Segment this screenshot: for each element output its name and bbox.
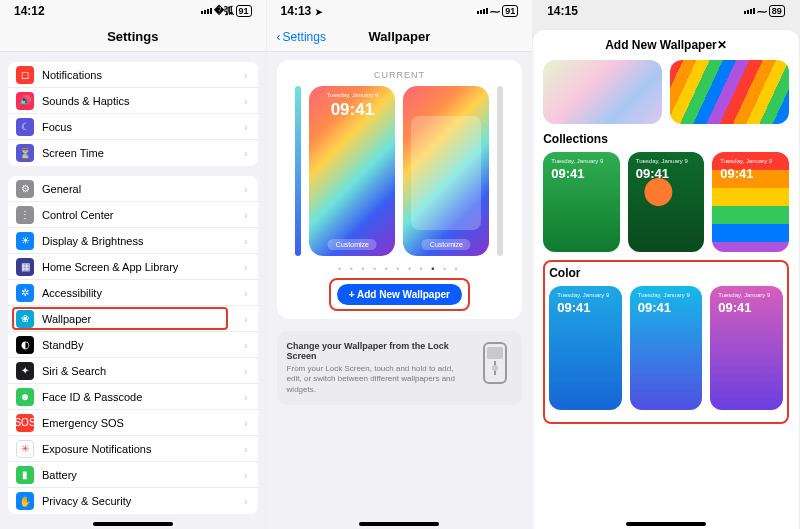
settings-row-general[interactable]: ⚙General› [8,176,258,202]
prev-sliver-right[interactable] [497,86,503,256]
page-title: Wallpaper [369,29,431,44]
accessibility-icon: ✲ [16,284,34,302]
wifi-icon: �弧 [214,4,234,18]
row-label: Notifications [42,69,102,81]
settings-row-exposure-notifications[interactable]: ✳Exposure Notifications› [8,436,258,462]
sheet-title: Add New Wallpaper [605,38,717,52]
add-wallpaper-sheet: Add New Wallpaper ✕ Collections Tuesday,… [533,30,799,529]
thumb-day: Tuesday, January 9 [636,158,688,164]
settings-row-screen-time[interactable]: ⏳Screen Time› [8,140,258,166]
wallpaper-thumb-color-purple[interactable]: Tuesday, January 9 09:41 [710,286,783,410]
battery-icon: 91 [236,5,252,17]
row-label: General [42,183,81,195]
home-indicator[interactable] [626,522,706,526]
chevron-right-icon: › [244,495,248,507]
settings-row-standby[interactable]: ◐StandBy› [8,332,258,358]
chevron-right-icon: › [244,469,248,481]
thumb-day: Tuesday, January 9 [718,292,770,298]
sheet-navbar: Add New Wallpaper ✕ [533,30,799,60]
customize-button[interactable]: Customize [328,239,377,250]
settings-row-home-screen-app-library[interactable]: ▦Home Screen & App Library› [8,254,258,280]
add-new-wallpaper-button[interactable]: + Add New Wallpaper [337,284,462,305]
thumb-time: 09:41 [720,166,753,181]
settings-row-accessibility[interactable]: ✲Accessibility› [8,280,258,306]
wallpaper-thumb-rainbow[interactable]: Tuesday, January 9 09:41 [712,152,789,252]
chevron-right-icon: › [244,121,248,133]
settings-row-battery[interactable]: ▮Battery› [8,462,258,488]
settings-row-focus[interactable]: ☾Focus› [8,114,258,140]
thumb-day: Tuesday, January 9 [638,292,690,298]
chevron-right-icon: › [244,95,248,107]
control-center-icon: ⋮ [16,206,34,224]
highlight-add-button: + Add New Wallpaper [329,278,470,311]
settings-row-wallpaper[interactable]: ❀Wallpaper› [8,306,258,332]
wallpaper-thumb-color-blue[interactable]: Tuesday, January 9 09:41 [549,286,622,410]
back-label: Settings [283,30,326,44]
emergency-sos-icon: SOS [16,414,34,432]
status-right: ⁓ 89 [744,5,785,17]
page-dots[interactable]: • • • • • • • • • • • [287,264,513,274]
wallpaper-content: CURRENT Tuesday, January 9 09:41 Customi… [267,52,533,413]
homescreen-preview[interactable]: Customize [403,86,489,256]
chevron-right-icon: › [244,443,248,455]
signal-icon [477,8,488,14]
back-button[interactable]: ‹ Settings [277,30,326,44]
highlight-color-section: Color Tuesday, January 9 09:41 Tuesday, … [543,260,789,424]
row-label: Sounds & Haptics [42,95,129,107]
settings-row-emergency-sos[interactable]: SOSEmergency SOS› [8,410,258,436]
lockscreen-preview[interactable]: Tuesday, January 9 09:41 Customize [309,86,395,256]
wallpaper-thumb-color-cyan[interactable]: Tuesday, January 9 09:41 [630,286,703,410]
signal-icon [744,8,755,14]
wallpaper-thumb-clownfish[interactable]: Tuesday, January 9 09:41 [628,152,705,252]
home-indicator[interactable] [359,522,439,526]
sheet-scroll[interactable]: Collections Tuesday, January 9 09:41 Tue… [533,60,799,529]
settings-row-siri-search[interactable]: ✦Siri & Search› [8,358,258,384]
settings-row-privacy-security[interactable]: ✋Privacy & Security› [8,488,258,514]
general-icon: ⚙ [16,180,34,198]
status-right: �弧 91 [201,4,252,18]
privacy-security-icon: ✋ [16,492,34,510]
chevron-left-icon: ‹ [277,30,281,44]
face-id-passcode-icon: ☻ [16,388,34,406]
settings-row-display-brightness[interactable]: ☀Display & Brightness› [8,228,258,254]
row-label: Screen Time [42,147,104,159]
settings-row-sounds-haptics[interactable]: 🔊Sounds & Haptics› [8,88,258,114]
row-label: Battery [42,469,77,481]
tip-body: From your Lock Screen, touch and hold to… [287,364,469,395]
settings-group: ⚙General›⋮Control Center›☀Display & Brig… [8,176,258,514]
wallpaper-previews[interactable]: Tuesday, January 9 09:41 Customize Custo… [287,86,513,256]
preview-day: Tuesday, January 9 [309,92,395,98]
top-thumb-row [543,60,789,124]
customize-button[interactable]: Customize [422,239,471,250]
row-label: Exposure Notifications [42,443,151,455]
settings-row-notifications[interactable]: ◻Notifications› [8,62,258,88]
standby-icon: ◐ [16,336,34,354]
settings-row-face-id-passcode[interactable]: ☻Face ID & Passcode› [8,384,258,410]
status-right: ⁓ 91 [477,5,518,17]
chevron-right-icon: › [244,261,248,273]
settings-row-control-center[interactable]: ⋮Control Center› [8,202,258,228]
chevron-right-icon: › [244,183,248,195]
wallpaper-thumb-pride[interactable] [670,60,789,124]
thumb-time: 09:41 [557,300,590,315]
settings-list: ◻Notifications›🔊Sounds & Haptics›☾Focus›… [0,62,266,514]
chevron-right-icon: › [244,339,248,351]
sounds-haptics-icon: 🔊 [16,92,34,110]
screen-wallpaper: 14:13 ➤ ⁓ 91 ‹ Settings Wallpaper CURREN… [267,0,534,529]
chevron-right-icon: › [244,209,248,221]
close-icon: ✕ [717,38,727,52]
battery-icon: ▮ [16,466,34,484]
close-button[interactable]: ✕ [717,38,727,52]
home-indicator[interactable] [93,522,173,526]
row-label: StandBy [42,339,84,351]
screen-add-wallpaper: 14:15 ⁓ 89 Add New Wallpaper ✕ Collectio… [533,0,800,529]
row-label: Siri & Search [42,365,106,377]
lockscreen-tip-card: Change your Wallpaper from the Lock Scre… [277,331,523,405]
thumb-time: 09:41 [718,300,751,315]
wallpaper-thumb-abstract[interactable] [543,60,662,124]
wallpaper-thumb-green[interactable]: Tuesday, January 9 09:41 [543,152,620,252]
prev-sliver-left[interactable] [295,86,301,256]
tip-phone-icon [478,341,512,385]
screen-settings: 14:12 �弧 91 Settings ◻Notifications›🔊Sou… [0,0,267,529]
current-wallpaper-card: CURRENT Tuesday, January 9 09:41 Customi… [277,60,523,319]
